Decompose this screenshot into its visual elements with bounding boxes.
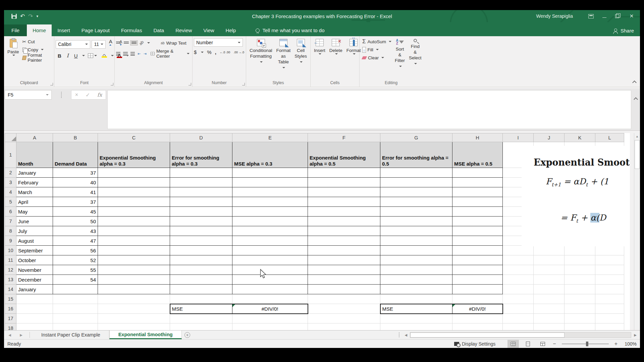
cell[interactable] — [16, 304, 53, 314]
sheet-tab-instant-paper-clip[interactable]: Instant Paper Clip Example — [33, 330, 109, 339]
cell[interactable] — [308, 323, 380, 330]
wrap-text-button[interactable]: abWrap Text — [159, 39, 187, 47]
restore-icon[interactable] — [615, 14, 619, 18]
alignment-dialog-launcher-icon[interactable] — [189, 83, 191, 85]
cell[interactable] — [308, 265, 380, 275]
align-left-icon[interactable] — [116, 52, 120, 56]
decrease-decimal-icon[interactable]: .00 →.0 — [233, 51, 244, 54]
cell-month[interactable]: August — [16, 236, 53, 246]
clear-button[interactable]: Clear — [361, 54, 393, 62]
cell[interactable] — [232, 314, 308, 323]
row-header[interactable]: 7 — [5, 217, 16, 226]
cell-month[interactable]: February — [16, 178, 53, 187]
cell[interactable] — [595, 294, 624, 304]
cell[interactable] — [565, 246, 595, 255]
cell[interactable] — [380, 187, 452, 197]
cell[interactable] — [565, 323, 595, 330]
sheet-tab-exponential-smoothing[interactable]: Exponential Smoothing — [109, 330, 182, 339]
cell[interactable] — [170, 275, 232, 285]
cell[interactable] — [595, 323, 624, 330]
cell[interactable] — [232, 323, 308, 330]
cell[interactable] — [98, 207, 170, 217]
cell-month[interactable]: January — [16, 168, 53, 178]
cell[interactable] — [595, 275, 624, 285]
cell-demand[interactable]: 41 — [53, 187, 98, 197]
sort-filter-button[interactable]: AZ Sort &Filter — [393, 38, 407, 70]
cell[interactable] — [232, 265, 308, 275]
cell-c1[interactable]: Exponential Smoothing alpha = 0.3 — [98, 142, 170, 168]
fill-color-button[interactable]: ◇ — [100, 53, 109, 59]
cell[interactable] — [170, 323, 232, 330]
tab-help[interactable]: Help — [220, 24, 242, 36]
cell[interactable] — [232, 236, 308, 246]
new-sheet-button[interactable]: + — [182, 330, 193, 339]
zoom-out-button[interactable]: − — [552, 341, 557, 347]
zoom-in-button[interactable]: + — [613, 341, 619, 347]
format-painter-button[interactable]: Format Painter — [21, 54, 53, 62]
row-header[interactable]: 4 — [5, 187, 16, 197]
tell-me-box[interactable]: Tell me what you want to do — [251, 24, 329, 36]
row-header[interactable]: 10 — [5, 246, 16, 255]
find-select-button[interactable]: Find &Select — [407, 38, 424, 68]
cell[interactable] — [170, 285, 232, 294]
cell[interactable] — [452, 246, 503, 255]
top-align-icon[interactable] — [116, 42, 121, 44]
cell[interactable] — [53, 314, 98, 323]
cell[interactable] — [380, 265, 452, 275]
cell[interactable] — [565, 294, 595, 304]
cell[interactable] — [534, 275, 565, 285]
cancel-icon[interactable]: × — [75, 92, 78, 98]
cell[interactable] — [565, 265, 595, 275]
page-break-view-button[interactable] — [537, 340, 548, 348]
row-header[interactable]: 14 — [5, 285, 16, 294]
cell[interactable] — [380, 275, 452, 285]
cell-d16-mse-label[interactable]: MSE — [170, 304, 232, 314]
cell[interactable] — [170, 217, 232, 226]
cell[interactable] — [534, 285, 565, 294]
cell[interactable] — [170, 246, 232, 255]
orientation-icon[interactable]: ab — [138, 40, 145, 46]
cell[interactable] — [380, 226, 452, 236]
autosum-button[interactable]: ΣAutoSum — [361, 38, 393, 46]
cell[interactable] — [380, 197, 452, 207]
cell[interactable] — [308, 226, 380, 236]
cell[interactable] — [595, 285, 624, 294]
cell-demand[interactable]: 54 — [53, 275, 98, 285]
cell[interactable] — [308, 285, 380, 294]
cell[interactable] — [380, 207, 452, 217]
cell[interactable] — [452, 197, 503, 207]
cell-demand[interactable]: 50 — [53, 217, 98, 226]
ribbon-display-options-icon[interactable] — [588, 14, 594, 18]
cell[interactable] — [308, 197, 380, 207]
increase-decimal-icon[interactable]: ←.0 .00 — [220, 51, 230, 54]
user-name[interactable]: Wendy Serapiglia — [536, 13, 573, 19]
cell[interactable] — [232, 168, 308, 178]
cell[interactable] — [98, 197, 170, 207]
row-header[interactable]: 5 — [5, 197, 16, 207]
enter-icon[interactable]: ✓ — [86, 92, 90, 98]
paste-button[interactable]: Paste — [5, 38, 21, 57]
name-box[interactable]: F5 — [5, 90, 52, 100]
cell[interactable] — [534, 255, 565, 265]
insert-cells-button[interactable]: Insert — [312, 38, 327, 56]
cell[interactable] — [308, 168, 380, 178]
cell[interactable] — [232, 255, 308, 265]
cell[interactable] — [565, 314, 595, 323]
cell[interactable] — [503, 323, 534, 330]
tab-home[interactable]: Home — [27, 24, 52, 36]
row-header[interactable]: 1 — [5, 142, 16, 168]
cell[interactable] — [308, 304, 380, 314]
cell[interactable] — [98, 246, 170, 255]
cell[interactable] — [503, 294, 534, 304]
cell[interactable] — [503, 265, 534, 275]
cell-month[interactable]: July — [16, 226, 53, 236]
cell-a1[interactable]: Month — [16, 142, 53, 168]
number-dialog-launcher-icon[interactable] — [242, 83, 245, 85]
zoom-slider-thumb[interactable] — [586, 342, 588, 346]
row-header[interactable]: 17 — [5, 314, 16, 323]
collapse-ribbon-icon[interactable] — [632, 80, 637, 85]
cell[interactable] — [98, 304, 170, 314]
row-header[interactable]: 6 — [5, 207, 16, 217]
comma-button[interactable]: , — [215, 49, 216, 55]
cell[interactable] — [452, 178, 503, 187]
